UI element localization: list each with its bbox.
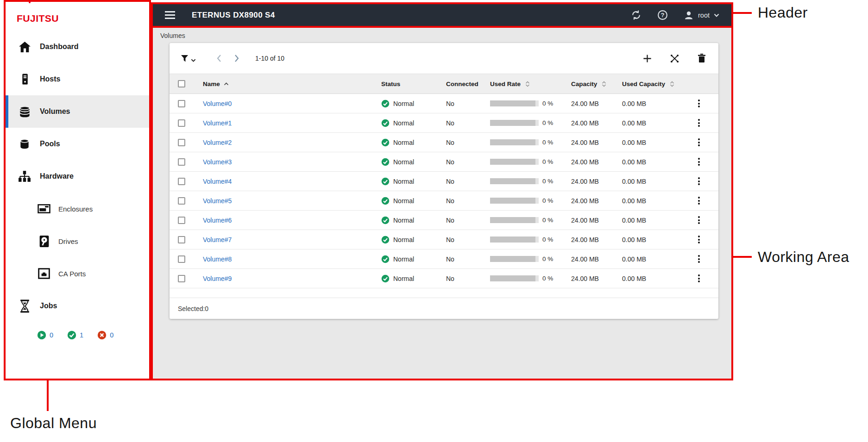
- used-capacity-value: 0.00 MB: [622, 217, 646, 224]
- column-header-capacity[interactable]: Capacity: [564, 81, 615, 87]
- filter-funnel-icon: [181, 55, 189, 62]
- volume-name-link[interactable]: Volume#1: [203, 119, 232, 127]
- status-normal-icon: [381, 255, 390, 263]
- row-checkbox[interactable]: [178, 100, 185, 107]
- header-callout-label: Header: [758, 4, 808, 21]
- connected-value: No: [446, 139, 454, 146]
- used-rate-bar: [490, 100, 539, 106]
- used-capacity-value: 0.00 MB: [622, 119, 646, 127]
- status-normal-icon: [381, 177, 390, 186]
- column-header-status: Status: [374, 81, 439, 87]
- volume-name-link[interactable]: Volume#4: [203, 178, 232, 185]
- map-volume-button[interactable]: [670, 54, 679, 63]
- row-menu-kebab-icon[interactable]: [696, 117, 702, 129]
- used-rate-value: 0 %: [542, 197, 553, 204]
- sort-both-icon: [670, 81, 674, 87]
- row-menu-kebab-icon[interactable]: [696, 98, 702, 109]
- used-rate-value: 0 %: [542, 275, 553, 282]
- user-menu[interactable]: root: [684, 10, 719, 20]
- column-header-used-capacity[interactable]: Used Capacity: [615, 81, 679, 87]
- sidebar-item-hosts[interactable]: Hosts: [6, 63, 149, 95]
- sort-both-icon: [525, 81, 530, 87]
- used-rate-bar: [490, 198, 539, 204]
- row-menu-kebab-icon[interactable]: [696, 273, 702, 284]
- add-volume-button[interactable]: [642, 54, 652, 63]
- jobs-running-count[interactable]: 0: [37, 330, 53, 340]
- column-header-used-rate[interactable]: Used Rate: [483, 81, 564, 87]
- volume-name-link[interactable]: Volume#9: [203, 275, 232, 282]
- used-rate-bar: [490, 120, 539, 126]
- row-checkbox[interactable]: [178, 158, 185, 166]
- app-title: ETERNUS DX8900 S4: [192, 11, 275, 20]
- working-area-callout-label: Working Area: [758, 249, 849, 266]
- row-menu-kebab-icon[interactable]: [696, 137, 702, 148]
- chevron-down-icon: [714, 13, 719, 17]
- volume-name-link[interactable]: Volume#6: [203, 217, 232, 224]
- connect-map-icon: [670, 54, 679, 63]
- row-menu-kebab-icon[interactable]: [696, 234, 702, 245]
- refresh-icon[interactable]: [631, 10, 642, 20]
- row-checkbox[interactable]: [178, 275, 185, 282]
- table-header-row: Name Status Connected Used Rate Capacity…: [170, 74, 718, 94]
- status-normal-icon: [381, 197, 390, 205]
- row-checkbox[interactable]: [178, 197, 185, 205]
- row-menu-kebab-icon[interactable]: [696, 214, 702, 226]
- page-next-button[interactable]: [234, 54, 239, 62]
- sidebar-item-dashboard[interactable]: Dashboard: [6, 31, 149, 63]
- sidebar-item-jobs[interactable]: Jobs: [6, 290, 149, 322]
- volume-name-link[interactable]: Volume#3: [203, 158, 232, 166]
- filter-button[interactable]: [181, 55, 196, 62]
- select-all-checkbox[interactable]: [178, 80, 185, 87]
- global-menu-callout-line: [47, 380, 49, 411]
- capacity-value: 24.00 MB: [571, 197, 599, 205]
- row-checkbox[interactable]: [178, 178, 185, 185]
- used-rate-value: 0 %: [542, 217, 553, 224]
- volume-name-link[interactable]: Volume#5: [203, 197, 232, 205]
- used-rate-bar: [490, 237, 539, 243]
- sidebar-item-drives[interactable]: Drives: [6, 225, 149, 257]
- table-row: Volume#7 Normal No 0 % 24.00 MB 0.00 MB: [170, 230, 718, 249]
- volume-name-link[interactable]: Volume#8: [203, 255, 232, 263]
- used-rate-bar: [490, 178, 539, 184]
- status-text: Normal: [393, 197, 414, 205]
- row-menu-kebab-icon[interactable]: [696, 156, 702, 168]
- drive-icon: [36, 235, 52, 248]
- global-menu-panel: FUJITSU Dashboard Hosts Volumes Po: [4, 0, 151, 380]
- volume-name-link[interactable]: Volume#0: [203, 100, 232, 107]
- play-circle-icon: [37, 330, 46, 340]
- row-menu-kebab-icon[interactable]: [696, 175, 702, 187]
- jobs-succeeded-count[interactable]: 1: [67, 330, 83, 340]
- jobs-failed-count[interactable]: 0: [97, 330, 113, 340]
- table-row: Volume#5 Normal No 0 % 24.00 MB 0.00 MB: [170, 191, 718, 211]
- row-checkbox[interactable]: [178, 217, 185, 224]
- column-header-connected: Connected: [439, 81, 483, 87]
- sidebar-item-pools[interactable]: Pools: [6, 128, 149, 160]
- row-checkbox[interactable]: [178, 119, 185, 127]
- row-checkbox[interactable]: [178, 139, 185, 146]
- row-checkbox[interactable]: [178, 255, 185, 263]
- used-capacity-value: 0.00 MB: [622, 197, 646, 205]
- used-rate-bar: [490, 275, 539, 281]
- connected-value: No: [446, 255, 454, 263]
- enclosure-icon: [36, 204, 52, 214]
- home-icon: [17, 41, 32, 53]
- sidebar-item-ca-ports[interactable]: CA Ports: [6, 257, 149, 290]
- hamburger-menu-icon[interactable]: [165, 11, 175, 19]
- check-circle-icon: [67, 330, 76, 340]
- delete-volume-button[interactable]: [697, 53, 706, 63]
- sidebar-item-enclosures[interactable]: Enclosures: [6, 193, 149, 225]
- capacity-value: 24.00 MB: [571, 275, 599, 282]
- sidebar-item-hardware[interactable]: Hardware: [6, 160, 149, 193]
- pagination-range: 1-10 of 10: [255, 55, 284, 62]
- help-icon[interactable]: ?: [657, 10, 668, 20]
- table-row: Volume#8 Normal No 0 % 24.00 MB 0.00 MB: [170, 249, 718, 269]
- row-menu-kebab-icon[interactable]: [696, 253, 702, 265]
- row-checkbox[interactable]: [178, 236, 185, 243]
- row-menu-kebab-icon[interactable]: [696, 195, 702, 206]
- volume-name-link[interactable]: Volume#7: [203, 236, 232, 243]
- sidebar-item-volumes[interactable]: Volumes: [6, 95, 149, 128]
- page-previous-button[interactable]: [216, 54, 222, 62]
- connected-value: No: [446, 178, 454, 185]
- volume-name-link[interactable]: Volume#2: [203, 139, 232, 146]
- column-header-name[interactable]: Name: [195, 81, 374, 87]
